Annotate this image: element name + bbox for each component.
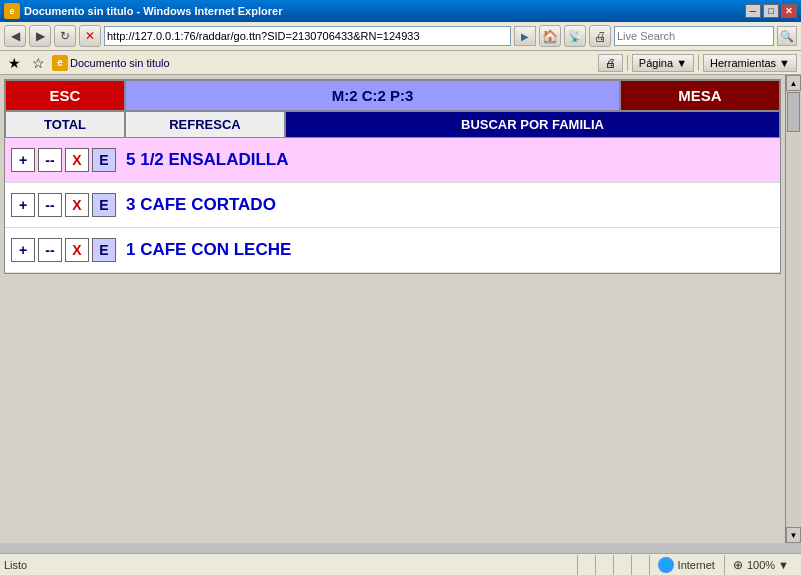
scroll-down-arrow[interactable]: ▼ xyxy=(786,527,801,543)
plus-button-3[interactable]: + xyxy=(11,238,35,262)
status-seg-4 xyxy=(631,555,648,575)
item-row: + -- X E 1 CAFE CON LECHE xyxy=(5,228,780,273)
internet-status: 🌐 Internet xyxy=(649,555,723,575)
item-controls-1: + -- X E xyxy=(7,148,120,172)
internet-icon: 🌐 xyxy=(658,557,674,573)
buscar-button[interactable]: BUSCAR POR FAMILIA xyxy=(285,111,780,138)
item-row: + -- X E 3 CAFE CORTADO xyxy=(5,183,780,228)
scroll-thumb[interactable] xyxy=(787,92,800,132)
window-controls: ─ □ ✕ xyxy=(745,4,797,18)
scroll-track[interactable] xyxy=(786,91,801,527)
actions-row: TOTAL REFRESCA BUSCAR POR FAMILIA xyxy=(5,111,780,138)
status-seg-3 xyxy=(613,555,630,575)
x-button-3[interactable]: X xyxy=(65,238,89,262)
vertical-scrollbar[interactable]: ▲ ▼ xyxy=(785,75,801,543)
favorites-star-button[interactable]: ★ xyxy=(4,54,24,72)
zoom-status[interactable]: ⊕ 100% ▼ xyxy=(724,555,797,575)
status-bar: Listo 🌐 Internet ⊕ 100% ▼ xyxy=(0,553,801,575)
item-text-1: 5 1/2 ENSALADILLA xyxy=(126,150,288,170)
e-button-3[interactable]: E xyxy=(92,238,116,262)
pagina-menu-button[interactable]: Página ▼ xyxy=(632,54,694,72)
go-button[interactable]: ▶ xyxy=(514,26,536,46)
page-tools: 🖨 Página ▼ Herramientas ▼ xyxy=(598,54,797,72)
status-seg-2 xyxy=(595,555,612,575)
internet-label: Internet xyxy=(678,559,715,571)
item-text-2: 3 CAFE CORTADO xyxy=(126,195,276,215)
separator2 xyxy=(698,55,699,71)
scroll-up-arrow[interactable]: ▲ xyxy=(786,75,801,91)
mesa-button[interactable]: MESA xyxy=(620,80,780,111)
stop-button[interactable]: ✕ xyxy=(79,25,101,47)
back-button[interactable]: ◀ xyxy=(4,25,26,47)
minimize-button[interactable]: ─ xyxy=(745,4,761,18)
page-favicon-link[interactable]: e Documento sin titulo xyxy=(52,55,170,71)
close-button[interactable]: ✕ xyxy=(781,4,797,18)
herramientas-menu-button[interactable]: Herramientas ▼ xyxy=(703,54,797,72)
status-seg-1 xyxy=(577,555,594,575)
page-favicon-icon: e xyxy=(52,55,68,71)
plus-button-2[interactable]: + xyxy=(11,193,35,217)
header-row: ESC M:2 C:2 P:3 MESA xyxy=(5,80,780,111)
restore-button[interactable]: □ xyxy=(763,4,779,18)
item-row: + -- X E 5 1/2 ENSALADILLA xyxy=(5,138,780,183)
favorites-bar: ★ ☆ e Documento sin titulo 🖨 Página ▼ He… xyxy=(0,50,801,74)
e-button-1[interactable]: E xyxy=(92,148,116,172)
rss-icon[interactable]: 📡 xyxy=(564,25,586,47)
esc-button[interactable]: ESC xyxy=(5,80,125,111)
refresca-button[interactable]: REFRESCA xyxy=(125,111,285,138)
nav-bar: ◀ ▶ ↻ ✕ ▶ 🏠 📡 🖨 🔍 xyxy=(0,22,801,50)
print-icon[interactable]: 🖨 xyxy=(589,25,611,47)
minus-button-2[interactable]: -- xyxy=(38,193,62,217)
web-content: ESC M:2 C:2 P:3 MESA TOTAL REFRESCA BUSC… xyxy=(0,75,801,543)
separator xyxy=(627,55,628,71)
add-favorites-button[interactable]: ☆ xyxy=(28,54,48,72)
info-display: M:2 C:2 P:3 xyxy=(125,80,620,111)
status-sections: 🌐 Internet ⊕ 100% ▼ xyxy=(577,555,797,575)
minus-button-3[interactable]: -- xyxy=(38,238,62,262)
x-button-1[interactable]: X xyxy=(65,148,89,172)
address-bar-wrap xyxy=(104,26,511,46)
page-title-link: Documento sin titulo xyxy=(70,57,170,69)
status-text: Listo xyxy=(4,559,577,571)
plus-button-1[interactable]: + xyxy=(11,148,35,172)
home-icon[interactable]: 🏠 xyxy=(539,25,561,47)
e-button-2[interactable]: E xyxy=(92,193,116,217)
title-bar: e Documento sin titulo - Windows Interne… xyxy=(0,0,801,22)
item-controls-2: + -- X E xyxy=(7,193,120,217)
search-button[interactable]: 🔍 xyxy=(777,26,797,46)
zoom-icon: ⊕ xyxy=(733,558,743,572)
item-controls-3: + -- X E xyxy=(7,238,120,262)
x-button-2[interactable]: X xyxy=(65,193,89,217)
zoom-label: 100% ▼ xyxy=(747,559,789,571)
window-title: Documento sin titulo - Windows Internet … xyxy=(24,5,745,17)
forward-button[interactable]: ▶ xyxy=(29,25,51,47)
inner-content: ESC M:2 C:2 P:3 MESA TOTAL REFRESCA BUSC… xyxy=(0,75,785,543)
total-button[interactable]: TOTAL xyxy=(5,111,125,138)
app-container: ESC M:2 C:2 P:3 MESA TOTAL REFRESCA BUSC… xyxy=(4,79,781,274)
print-button[interactable]: 🖨 xyxy=(598,54,623,72)
address-input[interactable] xyxy=(104,26,511,46)
toolbar-area: ◀ ▶ ↻ ✕ ▶ 🏠 📡 🖨 🔍 ★ ☆ e Documento sin ti… xyxy=(0,22,801,75)
search-bar: 🔍 xyxy=(614,26,797,46)
app-icon: e xyxy=(4,3,20,19)
search-input[interactable] xyxy=(614,26,774,46)
refresh-button[interactable]: ↻ xyxy=(54,25,76,47)
minus-button-1[interactable]: -- xyxy=(38,148,62,172)
item-text-3: 1 CAFE CON LECHE xyxy=(126,240,291,260)
